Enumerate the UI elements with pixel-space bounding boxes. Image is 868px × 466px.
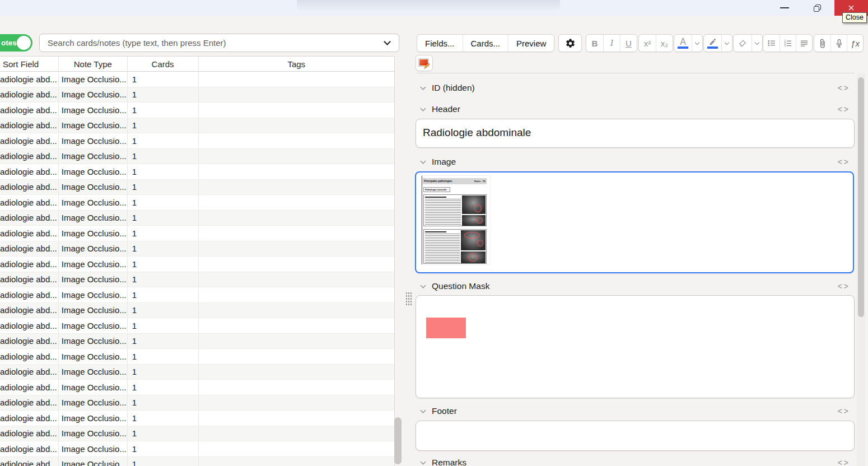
field-label-image[interactable]: Image <box>432 157 456 167</box>
highlight-dropdown[interactable] <box>721 35 732 52</box>
footer-field-input[interactable] <box>416 421 855 451</box>
html-editor-toggle-icon[interactable]: <> <box>838 105 850 114</box>
attach-button[interactable] <box>814 35 830 52</box>
search-history-chevron-icon[interactable] <box>384 38 391 45</box>
microphone-icon <box>834 39 844 48</box>
image-occlusion-button[interactable] <box>416 55 433 71</box>
cards-button[interactable]: Cards... <box>463 35 508 52</box>
table-row[interactable]: adiologie abd... Image Occlusio... 1 <box>0 272 394 288</box>
table-row[interactable]: adiologie abd... Image Occlusio... 1 <box>0 87 394 103</box>
table-row[interactable]: adiologie abd... Image Occlusio... 1 <box>0 380 394 395</box>
field-label-question-mask[interactable]: Question Mask <box>432 281 489 291</box>
table-row[interactable]: adiologie abd... Image Occlusio... 1 <box>0 149 394 165</box>
pane-resize-handle[interactable] <box>405 292 412 306</box>
remove-formatting-button[interactable] <box>734 35 752 52</box>
underline-button[interactable]: U <box>620 35 637 52</box>
table-row[interactable]: adiologie abd... Image Occlusio... 1 <box>0 303 394 319</box>
table-row[interactable]: adiologie abd... Image Occlusio... 1 <box>0 426 394 442</box>
doc-section-2 <box>423 229 487 264</box>
table-row[interactable]: adiologie abd... Image Occlusio... 1 <box>0 195 394 211</box>
table-row[interactable]: adiologie abd... Image Occlusio... 1 <box>0 118 394 134</box>
html-editor-toggle-icon[interactable]: <> <box>838 83 850 92</box>
annotation-ellipse <box>474 204 482 212</box>
collapse-chevron-icon[interactable] <box>421 159 426 164</box>
field-label-header[interactable]: Header <box>432 104 460 114</box>
collapse-chevron-icon[interactable] <box>421 459 426 465</box>
table-row[interactable]: adiologie abd... Image Occlusio... 1 <box>0 287 394 303</box>
collapse-chevron-icon[interactable] <box>421 85 426 90</box>
cell-sort-field: adiologie abd... <box>0 380 59 395</box>
table-row[interactable]: adiologie abd... Image Occlusio... 1 <box>0 457 394 466</box>
equations-button[interactable]: ƒx <box>847 35 863 52</box>
image-field-input[interactable]: Principales pathologies Radio - TD Patho… <box>415 171 854 273</box>
cell-tags <box>199 102 395 118</box>
embedded-image[interactable]: Principales pathologies Radio - TD Patho… <box>422 176 490 264</box>
collapse-chevron-icon[interactable] <box>421 283 426 288</box>
occlusion-mask-rect[interactable] <box>426 318 466 338</box>
cell-tags <box>199 72 395 87</box>
table-row[interactable]: adiologie abd... Image Occlusio... 1 <box>0 334 394 350</box>
table-row[interactable]: adiologie abd... Image Occlusio... 1 <box>0 241 394 257</box>
table-row[interactable]: adiologie abd... Image Occlusio... 1 <box>0 395 394 411</box>
collapse-chevron-icon[interactable] <box>421 408 426 413</box>
cell-tags <box>199 349 395 364</box>
table-row[interactable]: adiologie abd... Image Occlusio... 1 <box>0 349 394 365</box>
bullet-list-button[interactable] <box>763 35 780 52</box>
numbered-list-button[interactable]: 123 <box>780 35 796 52</box>
table-row[interactable]: adiologie abd... Image Occlusio... 1 <box>0 257 394 272</box>
notes-cards-toggle[interactable]: otes <box>0 34 32 52</box>
table-row[interactable]: adiologie abd... Image Occlusio... 1 <box>0 318 394 334</box>
table-row[interactable]: adiologie abd... Image Occlusio... 1 <box>0 180 394 195</box>
restore-button[interactable] <box>804 0 830 16</box>
table-row[interactable]: adiologie abd... Image Occlusio... 1 <box>0 211 394 226</box>
header-field-input[interactable]: Radiologie abdominale <box>416 119 855 148</box>
column-header-note-type[interactable]: Note Type <box>59 57 128 71</box>
cell-tags <box>199 457 395 466</box>
cell-tags <box>199 257 395 272</box>
table-row[interactable]: adiologie abd... Image Occlusio... 1 <box>0 441 394 457</box>
text-color-icon: A <box>680 37 686 47</box>
column-header-cards[interactable]: Cards <box>128 57 199 71</box>
html-editor-toggle-icon[interactable]: <> <box>838 458 850 466</box>
settings-button[interactable] <box>559 35 581 52</box>
record-audio-button[interactable] <box>830 35 847 52</box>
search-bar[interactable] <box>39 34 399 52</box>
table-row[interactable]: adiologie abd... Image Occlusio... 1 <box>0 365 394 380</box>
subscript-button[interactable]: x₂ <box>656 35 673 52</box>
superscript-button[interactable]: x² <box>639 35 656 52</box>
minimize-button[interactable] <box>772 0 797 16</box>
editor-scrollbar[interactable] <box>857 73 865 466</box>
field-label-footer[interactable]: Footer <box>432 406 457 416</box>
table-scrollbar[interactable] <box>394 417 402 464</box>
preview-button[interactable]: Preview <box>508 35 554 52</box>
text-color-dropdown[interactable] <box>692 35 702 52</box>
bold-button[interactable]: B <box>586 35 603 52</box>
italic-button[interactable]: I <box>603 35 620 52</box>
html-editor-toggle-icon[interactable]: <> <box>838 407 850 416</box>
annotation-ellipse <box>476 217 483 223</box>
table-row[interactable]: adiologie abd... Image Occlusio... 1 <box>0 226 394 241</box>
search-input[interactable] <box>40 38 385 48</box>
table-row[interactable]: adiologie abd... Image Occlusio... 1 <box>0 133 394 149</box>
toggle-label: otes <box>1 39 17 47</box>
column-header-tags[interactable]: Tags <box>199 57 395 71</box>
table-row[interactable]: adiologie abd... Image Occlusio... 1 <box>0 411 394 426</box>
question-mask-field-input[interactable] <box>416 295 855 398</box>
field-label-remarks[interactable]: Remarks <box>432 458 466 466</box>
column-header-sort-field[interactable]: Sort Field <box>0 57 59 71</box>
field-label-id[interactable]: ID (hidden) <box>432 83 475 93</box>
html-editor-toggle-icon[interactable]: <> <box>838 157 850 166</box>
table-row[interactable]: adiologie abd... Image Occlusio... 1 <box>0 72 394 87</box>
table-row[interactable]: adiologie abd... Image Occlusio... 1 <box>0 102 394 118</box>
editor-scrollbar-thumb[interactable] <box>858 77 864 317</box>
cell-sort-field: adiologie abd... <box>0 226 59 241</box>
remove-formatting-dropdown[interactable] <box>752 35 762 52</box>
table-row[interactable]: adiologie abd... Image Occlusio... 1 <box>0 164 394 180</box>
fields-button[interactable]: Fields... <box>417 35 463 52</box>
collapse-chevron-icon[interactable] <box>421 106 426 111</box>
text-color-button[interactable]: A <box>674 35 692 52</box>
cell-tags <box>199 395 395 411</box>
alignment-button[interactable] <box>796 35 812 52</box>
html-editor-toggle-icon[interactable]: <> <box>838 282 850 291</box>
highlight-button[interactable] <box>704 35 721 52</box>
